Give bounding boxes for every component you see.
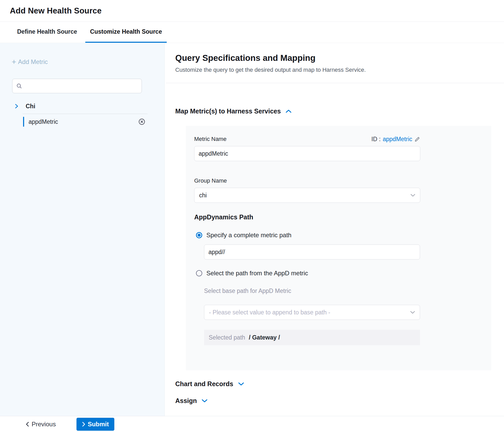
page-title: Add New Health Source (10, 6, 102, 16)
group-name-row: Group Name (194, 177, 420, 184)
assign-title: Assign (175, 397, 197, 405)
section-divider (166, 83, 504, 83)
group-name-select[interactable]: chi (194, 188, 420, 203)
chart-and-records-section-header[interactable]: Chart and Records (175, 380, 492, 388)
tab-customize-health-source[interactable]: Customize Health Source (85, 22, 166, 43)
metric-id-row: ID : appdMetric (371, 136, 420, 143)
metric-mapping-panel: Metric Name ID : appdMetric Group Name (186, 126, 491, 370)
expand-chevron-down-icon[interactable] (238, 382, 244, 386)
radio-select-label: Select the path from the AppD metric (206, 270, 308, 277)
base-path-label: Select base path for AppD Metric (194, 287, 491, 294)
chart-and-records-title: Chart and Records (175, 380, 233, 388)
selected-path-value: / Gateway / (249, 334, 280, 341)
previous-button[interactable]: Previous (26, 421, 56, 428)
selected-path-display: Selected path / Gateway / (204, 330, 420, 345)
expand-chevron-down-icon[interactable] (201, 399, 208, 403)
metric-group-chi[interactable]: Chi (0, 102, 164, 111)
base-path-select[interactable]: - Please select value to append to base … (204, 305, 420, 320)
metric-item-label: appdMetric (29, 118, 58, 125)
selected-path-label: Selected path (209, 334, 245, 341)
section-subtitle: Customize the query to get the desired o… (175, 67, 492, 73)
chevron-down-icon (410, 311, 415, 314)
section-title: Query Specifications and Mapping (175, 53, 492, 63)
assign-section-header[interactable]: Assign (175, 397, 492, 405)
collapse-chevron-up-icon[interactable] (285, 109, 292, 113)
add-metric-label: Add Metric (18, 58, 48, 66)
map-metrics-section-header[interactable]: Map Metric(s) to Harness Services (175, 107, 492, 115)
chevron-left-icon (26, 422, 29, 427)
query-spec-panel: Query Specifications and Mapping Customi… (165, 43, 504, 416)
metric-search-box[interactable] (12, 79, 142, 93)
radio-complete-label: Specify a complete metric path (206, 232, 291, 239)
tab-bar: Define Health Source Customize Health So… (0, 22, 504, 43)
appdynamics-path-title: AppDynamics Path (194, 213, 491, 221)
radio-complete-metric-path[interactable]: Specify a complete metric path (194, 232, 491, 239)
group-name-value: chi (199, 192, 207, 199)
add-health-source-dialog: Add New Health Source Define Health Sour… (0, 0, 504, 432)
group-name-label: Group Name (194, 177, 227, 184)
dialog-header: Add New Health Source (0, 0, 504, 22)
map-metrics-section-title: Map Metric(s) to Harness Services (175, 107, 281, 115)
base-path-placeholder: - Please select value to append to base … (209, 309, 330, 316)
radio-checked-icon[interactable] (196, 232, 202, 238)
tab-define-health-source[interactable]: Define Health Source (12, 22, 82, 43)
dialog-footer: Previous Submit (0, 416, 504, 432)
remove-metric-icon[interactable] (138, 118, 145, 125)
submit-button[interactable]: Submit (76, 418, 114, 431)
complete-metric-path-input[interactable] (204, 244, 420, 260)
selected-indicator-bar (23, 117, 24, 127)
search-icon (16, 83, 22, 89)
radio-select-appd-path[interactable]: Select the path from the AppD metric (194, 270, 491, 277)
metric-group-label: Chi (26, 103, 35, 110)
id-value-link[interactable]: appdMetric (383, 136, 412, 143)
metric-item-appdmetric[interactable]: appdMetric (0, 116, 164, 127)
chevron-right-icon (82, 422, 85, 427)
submit-label: Submit (88, 421, 109, 428)
id-label: ID : (371, 136, 381, 143)
chevron-down-icon (410, 194, 415, 197)
metric-search-input[interactable] (25, 83, 138, 89)
metric-name-input[interactable] (194, 146, 420, 161)
chevron-right-icon (15, 103, 18, 109)
metric-name-row: Metric Name ID : appdMetric (194, 136, 420, 142)
dialog-body: + Add Metric Chi (0, 43, 504, 416)
radio-unchecked-icon[interactable] (196, 270, 202, 276)
metrics-sidebar: + Add Metric Chi (0, 43, 165, 416)
group-divider (23, 114, 148, 114)
metric-name-label: Metric Name (194, 136, 227, 142)
edit-id-icon[interactable] (414, 136, 420, 142)
add-icon: + (12, 59, 16, 65)
add-metric-button[interactable]: + Add Metric (12, 57, 164, 66)
previous-label: Previous (32, 421, 56, 428)
